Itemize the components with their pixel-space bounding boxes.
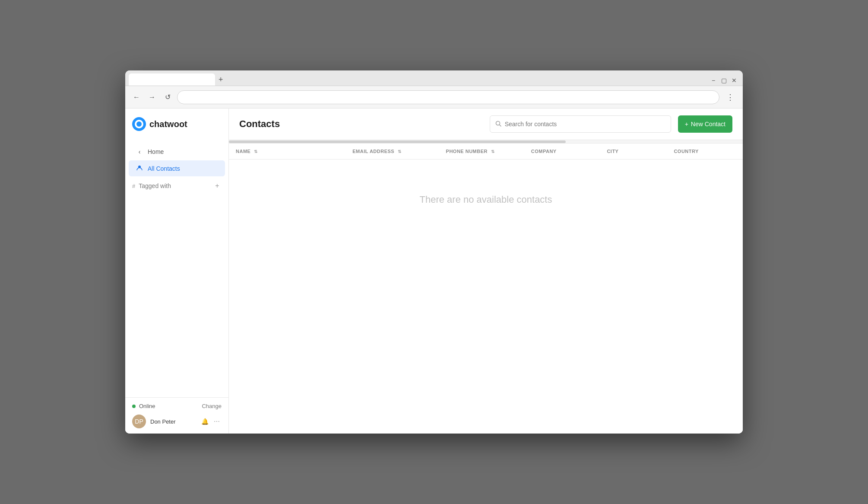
col-name-label: NAME — [236, 149, 250, 154]
col-header-name[interactable]: NAME ⇅ — [229, 144, 345, 159]
hash-icon: # — [132, 183, 135, 189]
new-contact-button[interactable]: + New Contact — [678, 115, 732, 133]
col-header-city: CITY — [600, 144, 667, 159]
svg-point-2 — [136, 121, 142, 127]
user-actions: 🔔 ⋯ — [200, 417, 222, 426]
add-tag-icon: + — [215, 182, 219, 190]
chatwoot-logo-icon — [132, 117, 146, 131]
name-sort-icon: ⇅ — [254, 149, 258, 154]
notification-bell-button[interactable]: 🔔 — [200, 417, 210, 426]
browser-toolbar: ← → ↺ ⋮ — [125, 86, 743, 108]
col-email-label: EMAIL ADDRESS — [352, 149, 394, 154]
tagged-with-label: Tagged with — [139, 182, 171, 189]
empty-state-message: There are no available contacts — [420, 194, 552, 205]
page-title: Contacts — [239, 118, 280, 130]
user-row: DP Don Peter 🔔 ⋯ — [132, 415, 222, 428]
status-bar: Online Change — [132, 403, 222, 409]
contacts-table: NAME ⇅ EMAIL ADDRESS ⇅ PHONE NUMBER ⇅ — [229, 144, 743, 159]
browser-more-button[interactable]: ⋮ — [723, 91, 738, 104]
browser-window: + − ▢ ✕ ← → ↺ ⋮ chatwoot — [125, 70, 743, 434]
user-more-button[interactable]: ⋯ — [212, 417, 222, 426]
table-container: NAME ⇅ EMAIL ADDRESS ⇅ PHONE NUMBER ⇅ — [229, 144, 743, 434]
change-status-button[interactable]: Change — [202, 403, 222, 409]
tagged-with-section[interactable]: # Tagged with + — [125, 177, 228, 195]
sidebar-navigation: ‹ Home All Contacts # Tagged with — [125, 140, 228, 397]
search-box — [490, 115, 671, 133]
active-tab — [129, 73, 215, 86]
new-contact-label: New Contact — [691, 121, 725, 128]
contacts-icon — [136, 165, 143, 172]
page-header: Contacts + New Contact — [229, 108, 743, 140]
table-scrollbar[interactable] — [229, 140, 743, 144]
sidebar-item-all-contacts-label: All Contacts — [148, 165, 180, 172]
col-phone-label: PHONE NUMBER — [446, 149, 488, 154]
address-bar[interactable] — [177, 90, 719, 104]
search-icon — [495, 121, 501, 128]
table-header: NAME ⇅ EMAIL ADDRESS ⇅ PHONE NUMBER ⇅ — [229, 144, 743, 159]
tab-bar: + − ▢ ✕ — [125, 70, 743, 86]
add-tag-button[interactable]: + — [213, 182, 222, 190]
new-contact-plus-icon: + — [685, 121, 688, 128]
sidebar: chatwoot ‹ Home All Contacts — [125, 108, 229, 434]
avatar: DP — [132, 415, 146, 428]
sidebar-item-home[interactable]: ‹ Home — [129, 144, 225, 159]
user-name: Don Peter — [150, 418, 176, 425]
sidebar-item-home-label: Home — [148, 148, 164, 155]
maximize-button[interactable]: ▢ — [719, 75, 729, 86]
col-header-email[interactable]: EMAIL ADDRESS ⇅ — [345, 144, 439, 159]
email-sort-icon: ⇅ — [398, 149, 402, 154]
main-content: Contacts + New Contact — [229, 108, 743, 434]
sidebar-footer: Online Change DP Don Peter 🔔 ⋯ — [125, 397, 228, 434]
home-back-icon: ‹ — [136, 148, 143, 155]
close-button[interactable]: ✕ — [729, 75, 739, 86]
back-button[interactable]: ← — [130, 91, 143, 103]
sidebar-logo: chatwoot — [125, 108, 228, 140]
col-city-label: CITY — [607, 149, 618, 154]
status-text: Online — [139, 403, 155, 409]
refresh-button[interactable]: ↺ — [162, 91, 174, 103]
col-header-company: COMPANY — [524, 144, 600, 159]
new-tab-button[interactable]: + — [215, 73, 227, 86]
phone-sort-icon: ⇅ — [491, 149, 495, 154]
col-header-country: COUNTRY — [667, 144, 743, 159]
app-container: chatwoot ‹ Home All Contacts — [125, 108, 743, 434]
empty-state: There are no available contacts — [229, 159, 743, 240]
svg-line-5 — [499, 124, 501, 126]
online-status-dot — [132, 405, 136, 408]
table-scroll-thumb — [229, 140, 566, 143]
minimize-button[interactable]: − — [708, 75, 719, 86]
avatar-initials: DP — [135, 418, 143, 425]
col-country-label: COUNTRY — [674, 149, 698, 154]
forward-button[interactable]: → — [146, 91, 158, 103]
col-company-label: COMPANY — [531, 149, 557, 154]
logo-text: chatwoot — [149, 119, 187, 129]
sidebar-item-all-contacts[interactable]: All Contacts — [129, 160, 225, 176]
search-input[interactable] — [505, 121, 665, 128]
col-header-phone[interactable]: PHONE NUMBER ⇅ — [439, 144, 524, 159]
